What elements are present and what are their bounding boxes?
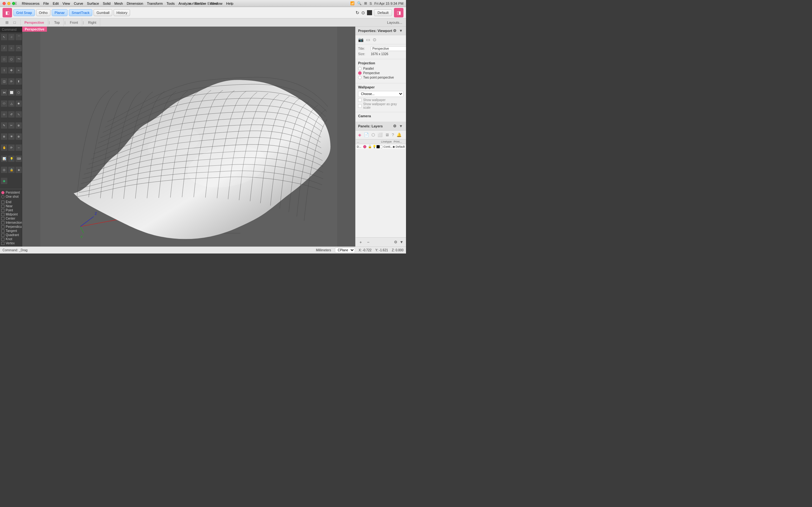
menu-solid[interactable]: Solid	[103, 2, 110, 5]
layers-icon[interactable]: ◈	[357, 132, 362, 138]
orbit-tool[interactable]: ⟳	[8, 144, 15, 151]
layer-expand-icon[interactable]: D...	[357, 145, 363, 148]
title-input[interactable]	[371, 46, 406, 51]
menu-help[interactable]: Help	[226, 2, 234, 5]
snap-point[interactable]: Point	[1, 208, 20, 212]
two-point-radio[interactable]	[358, 76, 362, 79]
sync-icon[interactable]: ↻	[356, 10, 359, 15]
show-wallpaper-gray-checkbox[interactable]	[358, 104, 362, 108]
history-button[interactable]: History	[113, 9, 130, 16]
layers-options-icon[interactable]: ⚙	[393, 239, 398, 245]
help-icon[interactable]: ?	[391, 132, 395, 138]
snap-perpendicular[interactable]: Perpendicular	[1, 225, 20, 229]
layout-tab-icon[interactable]: ▭	[366, 37, 370, 42]
layer-material-circle[interactable]	[380, 145, 383, 148]
layer-row[interactable]: D... 🔓 💡 Conti... ◆ Default	[356, 144, 406, 149]
apple-menu[interactable]: 	[15, 1, 17, 6]
parallel-radio[interactable]	[358, 67, 362, 70]
cplane-select[interactable]: CPlane	[335, 247, 355, 253]
loft-tool[interactable]: ⋈	[1, 89, 8, 96]
settings-icon[interactable]: ⚙	[392, 28, 397, 34]
command-input[interactable]	[0, 26, 22, 33]
tab-right[interactable]: Right	[84, 18, 101, 26]
traffic-lights[interactable]	[3, 2, 15, 5]
object-icon[interactable]: ⬡	[371, 132, 375, 138]
bell-icon[interactable]: 🔔	[396, 132, 402, 138]
join-tool[interactable]: ⊕	[15, 122, 22, 129]
layer-light-icon[interactable]: 💡	[372, 145, 376, 148]
smart-track-button[interactable]: SmartTrack	[69, 9, 92, 16]
layers-settings-icon[interactable]: ⚙	[392, 123, 397, 129]
layer-lock-icon[interactable]: 🔓	[368, 145, 372, 148]
move-tool[interactable]: ⊹	[1, 111, 8, 118]
parallel-radio-item[interactable]: Parallel	[358, 67, 403, 70]
color-tool[interactable]: ◉	[1, 177, 8, 184]
tab-perspective[interactable]: Perspective	[20, 18, 48, 26]
viewport-grid-icon[interactable]: ⊞	[4, 19, 10, 26]
layers-options-chevron[interactable]: ▼	[399, 239, 404, 245]
fullscreen-button[interactable]	[12, 2, 15, 5]
snap-vertex[interactable]: Vertex	[1, 241, 20, 245]
snap-intersection[interactable]: Intersection	[1, 221, 20, 225]
trim-tool[interactable]: ✂	[8, 122, 15, 129]
show-wallpaper-gray-item[interactable]: Show wallpaper as gray scale	[358, 102, 403, 109]
layers-chevron-icon[interactable]: ▼	[398, 123, 403, 129]
remove-layer-button[interactable]: −	[365, 239, 371, 245]
3d-surface-viewport[interactable]: X Y Z	[22, 26, 355, 246]
perspective-radio-item[interactable]: Perspective	[358, 71, 403, 75]
siri-icon[interactable]: S	[369, 2, 372, 5]
layer-color-dot[interactable]	[363, 145, 366, 148]
polygon-tool[interactable]: ⬡	[8, 56, 15, 63]
snap-near[interactable]: Near	[1, 204, 20, 208]
monitor-icon[interactable]: 🖥	[385, 132, 390, 138]
zoom-tool[interactable]: ⊕	[15, 133, 22, 140]
ortho-button[interactable]: Ortho	[36, 9, 51, 16]
viewport-single-icon[interactable]: □	[11, 19, 18, 26]
menu-view[interactable]: View	[62, 2, 70, 5]
snap-midpoint[interactable]: Midpoint	[1, 212, 20, 216]
show-wallpaper-checkbox[interactable]	[358, 98, 362, 102]
freeform-tool[interactable]: 〜	[15, 56, 22, 63]
menu-edit[interactable]: Edit	[53, 2, 59, 5]
pan-tool[interactable]: ✋	[1, 144, 8, 151]
one-shot-radio[interactable]	[1, 195, 4, 199]
close-button[interactable]	[3, 2, 6, 5]
line-tool[interactable]: /	[1, 45, 8, 52]
extrude-tool[interactable]: ⬆	[15, 78, 22, 85]
circle-tool[interactable]: ○	[8, 45, 15, 52]
osnap-tool[interactable]: ◎	[1, 166, 8, 173]
tab-top[interactable]: Top	[50, 18, 64, 26]
solid-cone-tool[interactable]: △	[8, 100, 15, 107]
show-wallpaper-item[interactable]: Show wallpaper	[358, 98, 403, 102]
transform-tool[interactable]: ✱	[15, 100, 22, 107]
record-icon[interactable]: ⊙	[361, 10, 365, 15]
menu-rhinoceros[interactable]: Rhinoceros	[22, 2, 40, 5]
grid-snap-button[interactable]: Grid Snap	[13, 9, 35, 16]
analysis-tool[interactable]: 📊	[1, 155, 8, 162]
wallpaper-select[interactable]: Choose...	[358, 91, 403, 97]
object-tab-icon[interactable]: ⊙	[373, 37, 376, 42]
planar-button[interactable]: Planar	[52, 9, 67, 16]
split-tool[interactable]: ⊗	[1, 133, 8, 140]
sidebar-toggle-button[interactable]: ◧	[3, 8, 12, 17]
surface-icon[interactable]: ⬜	[377, 132, 383, 138]
layer-tool[interactable]: ◈	[15, 166, 22, 173]
interpolate-tool[interactable]: ⌇	[1, 67, 8, 74]
blend-tool[interactable]: ≈	[15, 67, 22, 74]
solid-sphere-tool[interactable]: ⬡	[15, 89, 22, 96]
script-tool[interactable]: ⌨	[15, 155, 22, 162]
handle-tool[interactable]: ✥	[8, 67, 15, 74]
menu-file[interactable]: File	[43, 2, 49, 5]
persistent-radio[interactable]	[1, 191, 4, 194]
viewport-area[interactable]: Perspective X Y Z	[22, 26, 355, 246]
dimension-tool[interactable]: ↔	[15, 144, 22, 151]
two-point-radio-item[interactable]: Two point perspective	[358, 76, 403, 79]
one-shot-snap[interactable]: One shot	[1, 194, 20, 199]
snap-quadrant[interactable]: Quadrant	[1, 233, 20, 237]
add-layer-button[interactable]: +	[357, 239, 364, 245]
solid-cyl-tool[interactable]: ⬭	[1, 100, 8, 107]
select-tool[interactable]: ↖	[1, 34, 8, 41]
tab-front[interactable]: Front	[66, 18, 82, 26]
menu-curve[interactable]: Curve	[74, 2, 83, 5]
default-button[interactable]: Default	[374, 9, 392, 16]
